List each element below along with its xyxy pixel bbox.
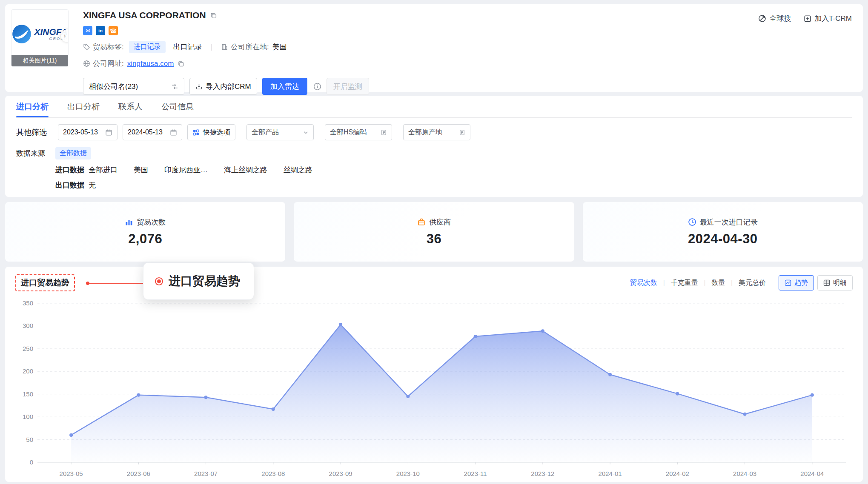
svg-text:200: 200 [23,367,33,375]
xingfa-logo-mark [12,24,32,44]
website-label: 公司网址: [93,59,124,68]
svg-text:300: 300 [23,322,33,329]
import-source-silk-road[interactable]: 丝绸之路 [284,165,312,175]
hs-code-select[interactable]: 全部HS编码 [325,124,392,140]
trend-chart: 0501001502002503003502023-052023-062023-… [15,296,853,481]
email-icon[interactable]: ✉ [83,26,92,35]
hs-code-value: 全部HS编码 [330,128,367,137]
calendar-icon [105,129,112,136]
join-tcrm-action[interactable]: 加入T-CRM [804,14,852,23]
export-data-label: 出口数据 [55,180,89,190]
svg-text:2023-08: 2023-08 [261,470,285,477]
import-source-indonesia[interactable]: 印度尼西亚… [164,165,208,175]
filter-label: 其他筛选 [16,127,47,137]
tab-contacts[interactable]: 联系人 [118,96,143,117]
view-trend-button[interactable]: 趋势 [779,275,814,290]
analysis-card: 进口分析 出口分析 联系人 公司信息 其他筛选 2023-05-13 2024-… [5,96,863,197]
copy-company-name-icon[interactable] [210,12,217,19]
global-search-icon [758,14,766,23]
export-data-row: 出口数据 无 [55,180,852,190]
linkedin-icon[interactable]: in [96,26,105,35]
chart-metric-switcher: 贸易次数 | 千克重量 | 数量 | 美元总价 趋势 明细 [630,275,853,290]
stat-card-suppliers: 供应商 36 [294,202,574,262]
metric-separator: | [731,279,733,286]
date-from-value: 2023-05-13 [63,128,98,136]
stat-value-trade-count: 2,076 [128,231,162,247]
stat-value-suppliers: 36 [427,231,441,247]
quick-options-button[interactable]: 快捷选项 [187,124,235,140]
document-icon [381,129,387,136]
data-source-all-chip[interactable]: 全部数据 [55,147,91,159]
global-search-action[interactable]: 全球搜 [758,14,791,23]
clock-icon [688,218,696,226]
product-select[interactable]: 全部产品 [246,124,314,140]
origin-value: 全部原产地 [408,128,442,137]
enable-monitor-button[interactable]: 开启监测 [327,78,369,95]
quick-options-icon [192,129,200,136]
company-info: XINGFA USA CORPORATION ✉ in ☎ 贸易标签: 进口记录… [83,9,853,87]
related-images-badge[interactable]: 相关图片(11) [11,55,68,66]
svg-text:2023-06: 2023-06 [127,470,150,477]
import-source-usa[interactable]: 美国 [134,165,148,175]
date-to-input[interactable]: 2024-05-13 [123,124,182,140]
shuffle-icon [171,83,178,90]
svg-text:100: 100 [23,413,33,420]
quick-options-label: 快捷选项 [203,128,230,137]
annotation-callout: 进口贸易趋势 [143,262,254,300]
data-source-rows: 全部数据 进口数据 全部进口 美国 印度尼西亚… 海上丝绸之路 丝绸之路 出口数… [55,147,852,190]
stat-card-latest-import: 最近一次进口记录 2024-04-30 [583,202,863,262]
website-row: 公司网址: xingfausa.com [83,59,853,68]
stat-card-trade-count: 贸易次数 2,076 [5,202,285,262]
data-source-block: 数据来源 全部数据 进口数据 全部进口 美国 印度尼西亚… 海上丝绸之路 丝绸之… [16,147,852,190]
tag-export-records[interactable]: 出口记录 [173,42,202,52]
origin-select[interactable]: 全部原产地 [403,124,470,140]
radar-info-icon[interactable] [313,83,321,91]
annotation-callout-text: 进口贸易趋势 [169,273,240,289]
svg-text:250: 250 [23,345,33,352]
detail-table-icon [823,279,830,286]
company-logo[interactable]: XINGFA GROUP 相关图片(11) › [11,9,69,67]
svg-text:150: 150 [23,390,33,398]
svg-text:2023-05: 2023-05 [60,470,83,477]
tag-icon [83,43,90,51]
topbar-actions: 全球搜 加入T-CRM [758,14,852,23]
phone-icon[interactable]: ☎ [109,26,118,35]
global-search-label: 全球搜 [769,14,791,23]
import-source-all[interactable]: 全部进口 [89,165,117,175]
date-to-value: 2024-05-13 [128,128,163,136]
date-from-input[interactable]: 2023-05-13 [58,124,117,140]
metric-usd-total[interactable]: 美元总价 [739,279,766,288]
join-radar-button[interactable]: 加入雷达 [262,78,307,95]
company-name-row: XINGFA USA CORPORATION [83,10,853,20]
xingfa-logo-art: XINGFA GROUP [11,10,68,55]
tag-import-records[interactable]: 进口记录 [129,41,166,53]
import-source-maritime-silk-road[interactable]: 海上丝绸之路 [224,165,267,175]
social-icons-row: ✉ in ☎ [83,26,853,35]
view-detail-button[interactable]: 明细 [817,275,853,290]
metric-separator: | [663,279,665,286]
globe-icon [83,60,90,67]
svg-text:2024-02: 2024-02 [666,470,689,477]
trend-chart-icon [785,279,791,286]
document-icon [459,129,465,136]
company-name: XINGFA USA CORPORATION [83,10,206,20]
similar-companies-button[interactable]: 相似公司名(23) [83,78,184,95]
bar-chart-icon [125,218,133,226]
svg-text:2024-03: 2024-03 [733,470,756,477]
stat-label: 贸易次数 [137,217,166,227]
company-header-card: XINGFA GROUP 相关图片(11) › XINGFA USA CORPO… [5,4,863,92]
tab-import-analysis[interactable]: 进口分析 [16,96,49,117]
product-select-value: 全部产品 [252,128,279,137]
website-link[interactable]: xingfausa.com [127,60,174,68]
metric-quantity[interactable]: 数量 [711,279,725,288]
metric-kg-weight[interactable]: 千克重量 [671,279,698,288]
metric-trade-count[interactable]: 贸易次数 [630,279,657,288]
tab-company-info[interactable]: 公司信息 [161,96,194,117]
stat-cards-row: 贸易次数 2,076 供应商 36 最近一次进口记录 2024-04-30 [5,202,863,262]
svg-text:2024-01: 2024-01 [599,470,622,477]
copy-website-icon[interactable] [178,60,184,67]
import-crm-button[interactable]: 导入内部CRM [189,78,257,95]
svg-text:2023-07: 2023-07 [194,470,218,477]
tab-export-analysis[interactable]: 出口分析 [67,96,100,117]
metric-separator: | [704,279,706,286]
